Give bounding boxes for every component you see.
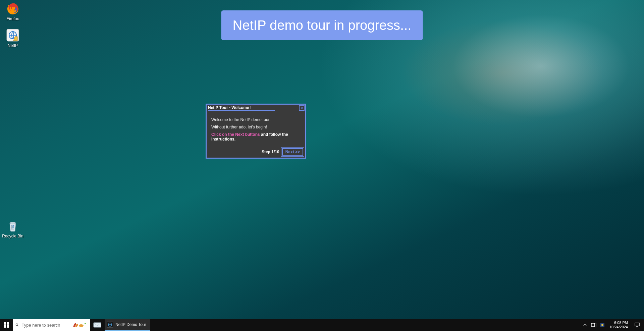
tour-step-indicator: Step 1/10: [262, 150, 279, 154]
tour-dialog-body: Welcome to the NetIP demo tour. Without …: [207, 111, 305, 146]
tour-welcome-text: Welcome to the NetIP demo tour.: [211, 117, 301, 122]
camera-icon: [591, 323, 596, 327]
taskbar: NetIP Demo Tour 6:0: [0, 319, 644, 331]
svg-point-11: [79, 324, 84, 327]
system-tray: 6:08 PM 10/24/2024: [581, 319, 644, 331]
start-button[interactable]: [0, 319, 13, 331]
desktop-icon-label: NetIP: [0, 43, 25, 48]
svg-line-10: [18, 325, 19, 326]
desktop-icon-recycle-bin[interactable]: Recycle Bin: [0, 219, 25, 238]
svg-rect-19: [635, 323, 640, 326]
taskbar-clock[interactable]: 6:08 PM 10/24/2024: [607, 321, 630, 329]
tour-dialog-title: NetIP Tour - Welcome !: [208, 105, 275, 111]
tour-dialog-footer: Step 1/10 Next >>: [207, 146, 305, 158]
mail-icon: [93, 322, 101, 328]
tour-dialog-titlebar[interactable]: NetIP Tour - Welcome ! ×: [207, 105, 305, 111]
action-center-button[interactable]: [631, 322, 643, 328]
desktop: Firefox NetIP Recycle Bin NetIP demo tou: [0, 0, 644, 331]
taskbar-app-netip-demo-tour[interactable]: NetIP Demo Tour: [105, 319, 150, 331]
svg-point-9: [16, 324, 18, 326]
svg-point-12: [85, 323, 86, 324]
windows-logo-icon: [4, 322, 9, 328]
close-icon: ×: [301, 106, 303, 110]
svg-rect-6: [7, 322, 9, 325]
shield-icon: [600, 322, 605, 328]
tray-overflow-button[interactable]: [581, 321, 589, 329]
clock-time: 6:08 PM: [609, 321, 628, 325]
svg-rect-8: [7, 325, 9, 328]
taskbar-spacer: [150, 319, 581, 331]
firefox-icon: [6, 1, 20, 15]
chevron-up-icon: [583, 323, 587, 327]
netip-icon: [6, 28, 20, 42]
tray-app-icon[interactable]: [599, 321, 606, 329]
desktop-icon-label: Firefox: [0, 16, 25, 21]
desktop-icon-label: Recycle Bin: [0, 234, 25, 238]
recycle-bin-icon: [6, 219, 20, 233]
desktop-icon-firefox[interactable]: Firefox: [0, 1, 25, 21]
svg-point-18: [601, 324, 603, 326]
taskbar-search-input[interactable]: [22, 323, 69, 328]
notification-icon: [634, 322, 640, 328]
taskbar-search[interactable]: [13, 319, 90, 331]
desktop-icon-netip[interactable]: NetIP: [0, 28, 25, 48]
svg-rect-7: [4, 325, 6, 328]
tour-next-button[interactable]: Next >>: [282, 148, 303, 156]
tour-instruction-highlight: Click on the Next buttons: [211, 132, 260, 137]
taskbar-app-label: NetIP Demo Tour: [115, 322, 146, 327]
svg-rect-16: [591, 323, 595, 327]
netip-app-icon: [107, 322, 113, 328]
search-icon: [15, 322, 19, 328]
clock-date: 10/24/2024: [609, 325, 628, 329]
svg-rect-5: [4, 322, 6, 325]
tour-begin-text: Without further ado, let's begin!: [211, 125, 301, 129]
svg-rect-13: [94, 323, 101, 327]
tour-progress-banner: NetIP demo tour in progress...: [221, 10, 423, 40]
tour-dialog: NetIP Tour - Welcome ! × Welcome to the …: [206, 104, 306, 159]
tour-instruction-text: Click on the Next buttons and follow the…: [211, 132, 301, 142]
tour-dialog-close-button[interactable]: ×: [299, 105, 305, 111]
svg-point-4: [10, 222, 16, 224]
taskbar-mail-button[interactable]: [90, 319, 105, 331]
search-decoration-icon: [72, 321, 87, 329]
tray-meet-now-button[interactable]: [590, 321, 597, 329]
